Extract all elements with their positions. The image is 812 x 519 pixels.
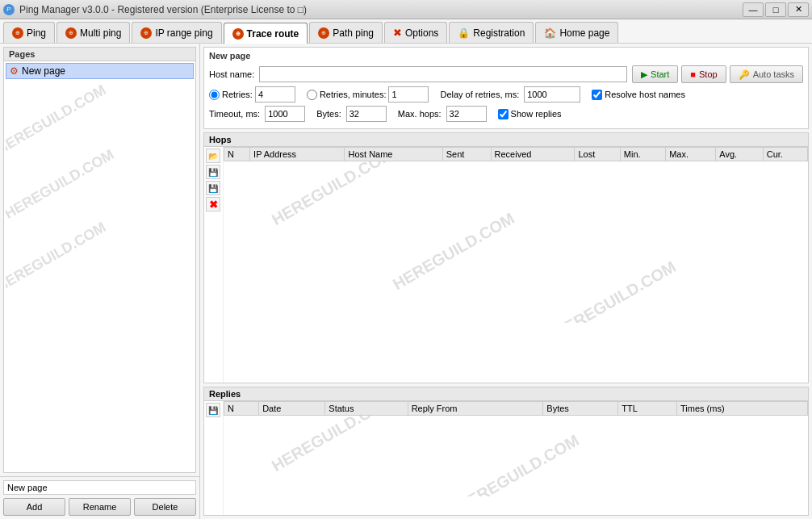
minimize-button[interactable]: — (743, 2, 764, 17)
host-name-row: Host name: ▶ Start ■ Stop 🔑 Auto tasks (209, 65, 803, 83)
replies-watermark-2: HEREGUILD.COM (454, 431, 583, 496)
replies-watermark-area: HEREGUILD.COM HEREGUILD.COM (224, 416, 808, 496)
retries-row: Retries: Retries, minutes: Delay of retr… (209, 86, 803, 103)
host-name-label: Host name: (209, 69, 254, 79)
hops-section: Hops 📂 💾 💾 ✖ (203, 132, 809, 383)
hops-col-sent: Sent (442, 148, 491, 161)
tab-registration[interactable]: 🔒 Registration (449, 22, 534, 43)
pages-title: Pages (4, 48, 195, 61)
rename-button[interactable]: Rename (69, 498, 131, 516)
timeout-label: Timeout, ms: (209, 109, 260, 119)
hops-col-hostname: Host Name (345, 148, 442, 161)
tab-home-page-label: Home page (559, 27, 609, 39)
retries-input[interactable] (255, 86, 295, 103)
toolbar: ⊕ Ping ⊕ Multi ping ⊕ IP range ping ⊕ Tr… (0, 19, 812, 44)
tab-multi-ping-label: Multi ping (80, 27, 121, 39)
hops-save2-button[interactable]: 💾 (206, 181, 220, 195)
left-bottom: Add Rename Delete (0, 476, 199, 519)
resolve-host-group: Resolve host names (592, 90, 685, 100)
title-bar-left: P Ping Manager v3.0.0 - Registered versi… (3, 4, 307, 15)
retries-minutes-group: Retries, minutes: (307, 86, 429, 103)
path-ping-tab-icon: ⊕ (318, 27, 329, 39)
trace-tab-icon: ⊕ (232, 28, 244, 40)
retries-radio[interactable] (209, 90, 220, 100)
tab-home-page[interactable]: 🏠 Home page (535, 22, 618, 43)
hops-delete-button[interactable]: ✖ (206, 197, 220, 211)
watermark-area: HEREGUILD.COM HEREGUILD.COM HEREGUILD.CO… (6, 79, 194, 321)
show-replies-checkbox[interactable] (498, 109, 509, 119)
maximize-button[interactable]: □ (765, 2, 786, 17)
tab-registration-label: Registration (473, 27, 525, 39)
hops-toolbar: 📂 💾 💾 ✖ (204, 147, 224, 383)
resolve-host-checkbox[interactable] (592, 90, 602, 100)
retries-minutes-label: Retries, minutes: (320, 90, 387, 99)
page-item-label: New page (22, 65, 65, 77)
ip-range-tab-icon: ⊕ (140, 27, 152, 39)
bottom-buttons: Add Rename Delete (3, 498, 196, 516)
hops-open-button[interactable]: 📂 (206, 149, 220, 163)
bytes-label: Bytes: (316, 109, 341, 119)
tab-ip-range-ping[interactable]: ⊕ IP range ping (132, 22, 221, 43)
replies-col-date: Date (259, 402, 325, 416)
replies-title: Replies (204, 387, 808, 401)
host-name-input[interactable] (259, 66, 627, 82)
stop-button[interactable]: ■ Stop (681, 65, 726, 83)
auto-tasks-button[interactable]: 🔑 Auto tasks (730, 65, 803, 83)
retries-minutes-input[interactable] (388, 86, 429, 103)
hops-watermark-2: HEREGUILD.COM (390, 209, 518, 294)
hops-col-max: Max. (666, 148, 716, 161)
new-page-input[interactable] (3, 480, 196, 495)
max-hops-input[interactable] (446, 106, 487, 122)
pages-group: Pages ⚙ New page HEREGUILD.COM HEREGUILD… (3, 47, 196, 473)
app-title: Ping Manager v3.0.0 - Registered version… (19, 4, 307, 15)
add-button[interactable]: Add (3, 498, 65, 516)
close-button[interactable]: ✕ (788, 2, 809, 17)
tab-ping[interactable]: ⊕ Ping (3, 22, 55, 43)
replies-save-icon: 💾 (208, 406, 218, 415)
hops-watermark-3: HEREGUILD.COM (551, 257, 680, 323)
save2-icon: 💾 (208, 184, 218, 193)
start-button[interactable]: ▶ Start (632, 65, 678, 83)
delete-button[interactable]: Delete (134, 498, 196, 516)
replies-col-status: Status (325, 402, 408, 416)
replies-content: 💾 N Date Status Reply From Bytes TT (204, 401, 808, 515)
delay-label: Delay of retries, ms: (440, 90, 519, 99)
tab-options[interactable]: ✖ Options (384, 22, 447, 43)
folder-icon: 📂 (208, 152, 218, 161)
hops-col-ip: IP Address (250, 148, 345, 161)
resolve-host-label: Resolve host names (605, 90, 685, 99)
retries-label: Retries: (222, 90, 253, 99)
hops-col-received: Received (491, 148, 575, 161)
window-controls: — □ ✕ (743, 2, 809, 17)
delay-input[interactable] (524, 86, 580, 103)
hops-col-cur: Cur. (763, 148, 807, 161)
tab-trace-route[interactable]: ⊕ Trace route (224, 23, 308, 44)
title-bar: P Ping Manager v3.0.0 - Registered versi… (0, 0, 812, 19)
app-icon: P (3, 4, 15, 15)
ping-tab-icon: ⊕ (12, 27, 23, 39)
save-icon: 💾 (208, 168, 218, 177)
page-item[interactable]: ⚙ New page (6, 63, 194, 79)
hops-watermark-area: HEREGUILD.COM HEREGUILD.COM HEREGUILD.CO… (224, 161, 808, 323)
hops-col-avg: Avg. (716, 148, 763, 161)
home-tab-icon: 🏠 (544, 27, 556, 39)
page-item-icon: ⚙ (10, 65, 19, 77)
hops-table-container: N IP Address Host Name Sent Received Los… (224, 147, 808, 383)
pages-list: ⚙ New page HEREGUILD.COM HEREGUILD.COM H… (4, 61, 195, 472)
bytes-input[interactable] (346, 106, 387, 122)
hops-save-button[interactable]: 💾 (206, 165, 220, 179)
replies-col-ttl: TTL (618, 402, 677, 416)
tab-ping-label: Ping (27, 27, 46, 39)
auto-tasks-label: Auto tasks (753, 69, 794, 79)
start-label: Start (651, 69, 669, 79)
registration-tab-icon: 🔒 (458, 27, 470, 39)
retries-minutes-radio[interactable] (307, 90, 317, 100)
tab-multi-ping[interactable]: ⊕ Multi ping (57, 22, 130, 43)
hops-col-min: Min. (620, 148, 665, 161)
replies-col-reply-from: Reply From (408, 402, 543, 416)
new-page-section: New page Host name: ▶ Start ■ Stop 🔑 (203, 47, 809, 129)
replies-save-button[interactable]: 💾 (206, 403, 220, 417)
tab-path-ping[interactable]: ⊕ Path ping (309, 22, 383, 43)
timeout-input[interactable] (265, 106, 305, 122)
show-replies-label: Show replies (511, 109, 562, 119)
